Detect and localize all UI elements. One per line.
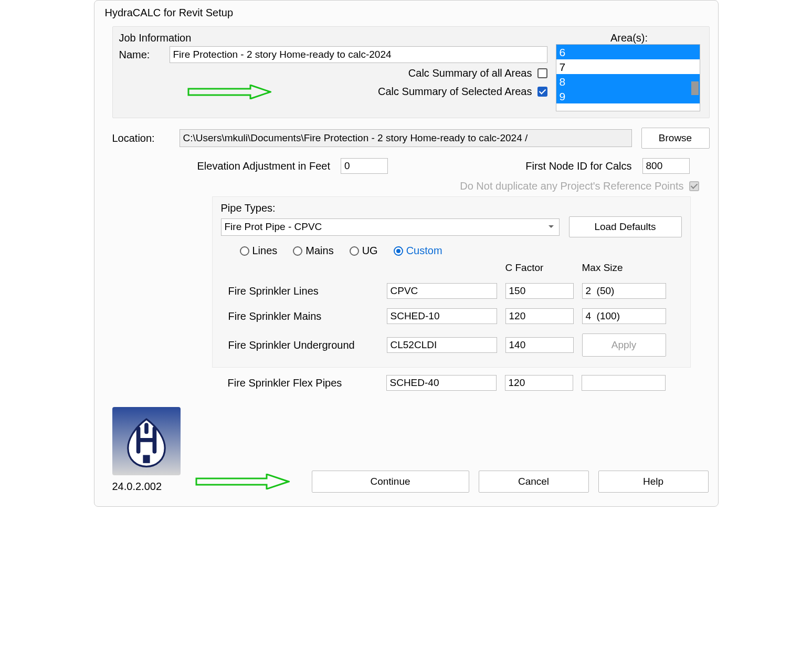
cancel-button[interactable]: Cancel — [479, 471, 589, 493]
arrow-annotation-icon — [195, 474, 290, 489]
apply-button[interactable]: Apply — [582, 333, 666, 357]
calc-selected-label: Calc Summary of Selected Areas — [378, 86, 532, 98]
pipe-cfactor-input[interactable] — [505, 308, 574, 324]
dialog-title: HydraCALC for Revit Setup — [103, 6, 710, 24]
first-node-input[interactable] — [642, 158, 690, 174]
job-information-group: Job Information Name: Calc Summary of al… — [112, 26, 710, 118]
pipe-row-label: Fire Sprinkler Mains — [221, 310, 378, 322]
radio-ug[interactable]: UG — [350, 245, 378, 257]
radio-custom[interactable]: Custom — [394, 245, 442, 257]
setup-dialog: HydraCALC for Revit Setup Job Informatio… — [94, 0, 719, 507]
radio-lines[interactable]: Lines — [240, 245, 278, 257]
arrow-annotation-icon — [187, 85, 271, 99]
flex-maxsize-input[interactable] — [582, 375, 666, 391]
list-item[interactable]: 9 — [556, 89, 700, 103]
flex-label: Fire Sprinkler Flex Pipes — [220, 377, 378, 389]
list-item[interactable]: 7 — [556, 59, 700, 74]
pipe-maxsize-input[interactable] — [582, 283, 666, 299]
pipe-cfactor-input[interactable] — [505, 283, 574, 299]
dialog-buttons: Continue Cancel Help — [312, 471, 709, 493]
no-dup-label: Do Not duplicate any Project's Reference… — [460, 180, 683, 192]
pipe-types-section: Pipe Types: Fire Prot Pipe - CPVC Load D… — [212, 196, 691, 368]
help-button[interactable]: Help — [598, 471, 709, 493]
areas-label: Area(s): — [556, 32, 703, 44]
pipe-row-label: Fire Sprinkler Lines — [221, 285, 378, 297]
calc-all-label: Calc Summary of all Areas — [408, 67, 532, 79]
scrollbar-thumb[interactable] — [691, 81, 699, 95]
first-node-label: First Node ID for Calcs — [525, 160, 631, 172]
location-label: Location: — [112, 132, 170, 144]
pipe-type-input[interactable] — [387, 283, 497, 299]
pipe-type-selected: Fire Prot Pipe - CPVC — [225, 221, 322, 233]
pipe-type-input[interactable] — [387, 308, 497, 324]
list-item[interactable]: 8 — [556, 74, 700, 89]
pipe-type-input[interactable] — [387, 337, 497, 353]
cfactor-header: C Factor — [505, 262, 574, 274]
list-item[interactable]: 6 — [556, 45, 700, 59]
flex-pipes-row: Fire Sprinkler Flex Pipes — [212, 368, 691, 391]
location-input[interactable] — [180, 129, 632, 147]
pipe-types-label: Pipe Types: — [221, 202, 682, 214]
name-input[interactable] — [170, 46, 547, 63]
maxsize-header: Max Size — [582, 262, 666, 274]
name-label: Name: — [119, 49, 170, 61]
flex-cfactor-input[interactable] — [505, 375, 573, 391]
calc-selected-checkbox[interactable] — [537, 87, 547, 97]
no-dup-checkbox — [689, 181, 699, 191]
elevation-input[interactable] — [341, 158, 388, 174]
pipe-row-label: Fire Sprinkler Underground — [221, 339, 378, 351]
app-logo-icon — [112, 407, 181, 475]
radio-mains[interactable]: Mains — [293, 245, 333, 257]
logo-block: 24.0.2.002 — [112, 407, 186, 493]
calc-all-checkbox[interactable] — [537, 68, 547, 78]
elevation-label: Elevation Adjustment in Feet — [197, 160, 330, 172]
load-defaults-button[interactable]: Load Defaults — [569, 216, 682, 237]
version-label: 24.0.2.002 — [112, 481, 186, 493]
areas-listbox[interactable]: 6 7 8 9 — [556, 44, 700, 111]
browse-button[interactable]: Browse — [641, 128, 710, 149]
pipe-maxsize-input[interactable] — [582, 308, 666, 324]
pipe-cfactor-input[interactable] — [505, 337, 574, 353]
pipe-type-dropdown[interactable]: Fire Prot Pipe - CPVC — [221, 218, 560, 236]
job-info-label: Job Information — [119, 32, 547, 44]
svg-rect-0 — [143, 455, 150, 463]
flex-type-input[interactable] — [386, 375, 497, 391]
continue-button[interactable]: Continue — [312, 471, 469, 493]
